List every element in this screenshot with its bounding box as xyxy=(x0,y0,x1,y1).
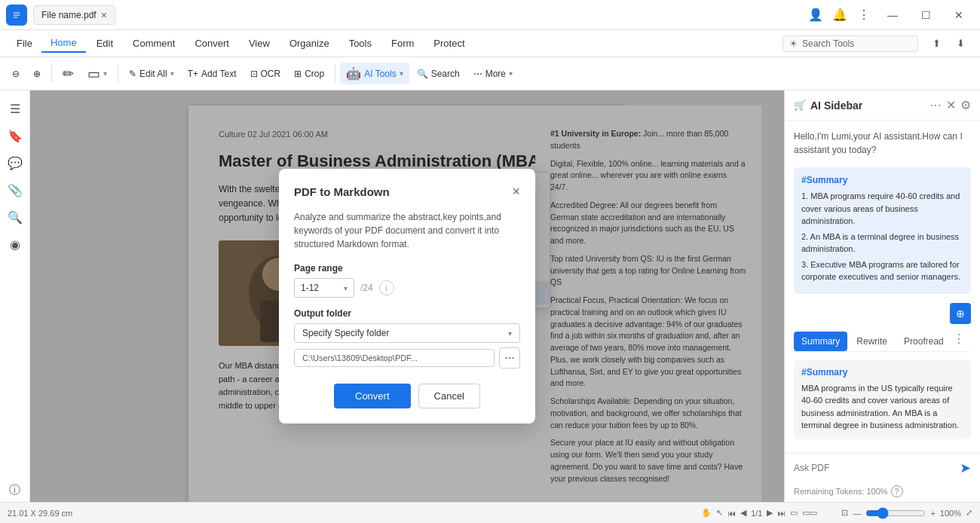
folder-select-label: Specify Specify folder xyxy=(302,328,389,338)
highlight-button[interactable]: ✏ xyxy=(57,62,80,86)
ask-pdf-input[interactable] xyxy=(794,463,955,473)
first-page-icon[interactable]: ⏮ xyxy=(727,509,736,518)
cursor-tool-icon[interactable]: ✋ xyxy=(701,508,712,518)
edit-all-button[interactable]: ✎ Edit All ▾ xyxy=(123,65,180,83)
zoom-in-icon: ⊕ xyxy=(33,69,41,79)
search-tools-label: Search Tools xyxy=(802,38,854,49)
zoom-plus-status[interactable]: + xyxy=(930,509,935,518)
zoom-slider[interactable] xyxy=(865,507,926,519)
cancel-button[interactable]: Cancel xyxy=(418,384,480,408)
more-options-icon[interactable]: ⋮ xyxy=(853,5,874,26)
file-tab[interactable]: File name.pdf × xyxy=(33,5,115,25)
separator xyxy=(51,65,52,83)
ai-tabs-more[interactable]: ⋮ xyxy=(953,332,965,351)
double-page-icon[interactable]: ▭▭ xyxy=(802,508,817,518)
separator-3 xyxy=(335,65,335,83)
ai-tab-rewrite[interactable]: Rewrite xyxy=(849,332,895,351)
ai-copy-icon[interactable]: ⊕ xyxy=(950,303,971,324)
ai-tab-proofread[interactable]: Proofread xyxy=(896,332,951,351)
ocr-button[interactable]: ⊡ OCR xyxy=(244,65,287,83)
zoom-out-button[interactable]: ⊖ xyxy=(6,65,26,83)
folder-select-dropdown[interactable]: Specify Specify folder ▾ xyxy=(294,323,520,343)
ai-tools-button[interactable]: 🤖 AI Tools ▾ xyxy=(340,63,409,84)
upload-cloud-icon[interactable]: ⬆ xyxy=(926,33,947,54)
shape-icon: ▭ xyxy=(87,66,100,82)
download-cloud-icon[interactable]: ⬇ xyxy=(950,33,971,54)
sidebar-search-icon[interactable]: 🔍 xyxy=(3,205,27,229)
more-chevron: ▾ xyxy=(509,69,513,78)
sidebar-attachments-icon[interactable]: 📎 xyxy=(3,178,27,202)
ai-bottom-summary-title: #Summary xyxy=(801,367,963,378)
sun-icon: ☀ xyxy=(789,38,798,49)
more-button[interactable]: ⋯ More ▾ xyxy=(467,65,519,83)
tab-close-icon[interactable]: × xyxy=(101,9,107,21)
select-tool-icon[interactable]: ↖ xyxy=(716,508,723,518)
zoom-out-status[interactable]: — xyxy=(853,509,861,518)
left-sidebar: ☰ 🔖 💬 📎 🔍 ◉ ⓘ xyxy=(0,90,30,502)
ai-sidebar-title: AI Sidebar xyxy=(810,99,925,112)
crop-button[interactable]: ⊞ Crop xyxy=(288,65,330,83)
remaining-tokens-label: Remaining Tokens: 100% xyxy=(794,487,888,496)
page-dimensions: 21.01 X 29.69 cm xyxy=(8,509,72,518)
ai-bottom-summary-text: MBA programs in the US typically require… xyxy=(801,382,963,432)
prev-page-icon[interactable]: ◀ xyxy=(740,508,746,518)
page-range-input[interactable]: 1-12 ▾ xyxy=(294,278,354,298)
page-range-value: 1-12 xyxy=(301,283,319,293)
menu-edit[interactable]: Edit xyxy=(87,35,122,52)
ai-icon: 🤖 xyxy=(346,66,361,81)
minimize-button[interactable]: — xyxy=(877,0,908,30)
ai-tabs: Summary Rewrite Proofread ⋮ xyxy=(794,332,971,352)
menu-view[interactable]: View xyxy=(240,35,279,52)
fit-width-icon[interactable]: ⤢ xyxy=(966,508,972,518)
shape-button[interactable]: ▭ ▾ xyxy=(81,62,113,86)
menu-form[interactable]: Form xyxy=(382,35,423,52)
path-more-button[interactable]: ⋯ xyxy=(499,347,520,369)
menu-tools[interactable]: Tools xyxy=(340,35,381,52)
page-info-icon[interactable]: i xyxy=(379,280,394,295)
menu-convert[interactable]: Convert xyxy=(185,35,238,52)
convert-button[interactable]: Convert xyxy=(334,384,411,408)
sidebar-comments-icon[interactable]: 💬 xyxy=(3,151,27,175)
maximize-button[interactable]: ☐ xyxy=(911,0,941,30)
next-page-icon[interactable]: ▶ xyxy=(767,508,773,518)
edit-all-label: Edit All xyxy=(139,69,167,79)
status-bar: 21.01 X 29.69 cm ✋ ↖ ⏮ ◀ 1/1 ▶ ⏭ ▭ ▭▭ ⊡ … xyxy=(0,502,980,523)
zoom-in-button[interactable]: ⊕ xyxy=(27,65,47,83)
menu-file[interactable]: File xyxy=(9,35,40,52)
single-page-icon[interactable]: ▭ xyxy=(790,508,798,518)
info-circle: i xyxy=(386,284,387,292)
ai-send-button[interactable]: ➤ xyxy=(960,460,971,476)
search-button[interactable]: 🔍 Search xyxy=(411,65,466,83)
bell-icon[interactable]: 🔔 xyxy=(829,5,850,26)
last-page-icon[interactable]: ⏭ xyxy=(777,509,786,518)
page-total: /24 xyxy=(360,283,373,293)
add-text-label: Add Text xyxy=(201,69,236,79)
ai-summary-item-3: 3. Executive MBA programs are tailored f… xyxy=(801,258,963,283)
modal-description: Analyze and summarize the abstract,key p… xyxy=(294,210,520,251)
sidebar-bookmarks-icon[interactable]: 🔖 xyxy=(3,124,27,148)
menu-comment[interactable]: Comment xyxy=(124,35,184,52)
sidebar-layers-icon[interactable]: ◉ xyxy=(3,232,27,256)
close-button[interactable]: ✕ xyxy=(944,0,974,30)
ai-more-icon[interactable]: ⋯ xyxy=(929,98,942,112)
settings-icon[interactable]: ⚙ xyxy=(960,98,971,112)
modal-close-button[interactable]: × xyxy=(512,184,520,200)
ai-input-row: ➤ xyxy=(785,453,980,482)
ai-content: Hello,I'm Lumi,your AI assistant.How can… xyxy=(785,121,980,453)
sidebar-pages-icon[interactable]: ☰ xyxy=(3,96,27,121)
menu-home[interactable]: Home xyxy=(41,34,86,53)
menu-protect[interactable]: Protect xyxy=(424,35,473,52)
search-tools-box[interactable]: ☀ Search Tools xyxy=(782,35,918,52)
ai-tab-summary[interactable]: Summary xyxy=(794,332,847,351)
fit-page-icon[interactable]: ⊡ xyxy=(841,508,848,518)
user-avatar[interactable]: 👤 xyxy=(805,5,826,26)
add-text-button[interactable]: T+ Add Text xyxy=(182,65,243,83)
help-icon[interactable]: ? xyxy=(891,485,903,497)
menu-organize[interactable]: Organize xyxy=(280,35,338,52)
ai-summary-item-1: 1. MBA programs require 40-60 credits an… xyxy=(801,190,963,228)
title-bar: File name.pdf × 👤 🔔 ⋮ — ☐ ✕ xyxy=(0,0,980,30)
ai-close-icon[interactable]: ✕ xyxy=(946,98,956,112)
modal-overlay: PDF to Markdown × Analyze and summarize … xyxy=(30,90,784,502)
sidebar-help-icon[interactable]: ⓘ xyxy=(3,478,27,502)
zoom-row: ✋ ↖ ⏮ ◀ 1/1 ▶ ⏭ ▭ ▭▭ ⊡ — + 100% ⤢ xyxy=(701,507,972,519)
